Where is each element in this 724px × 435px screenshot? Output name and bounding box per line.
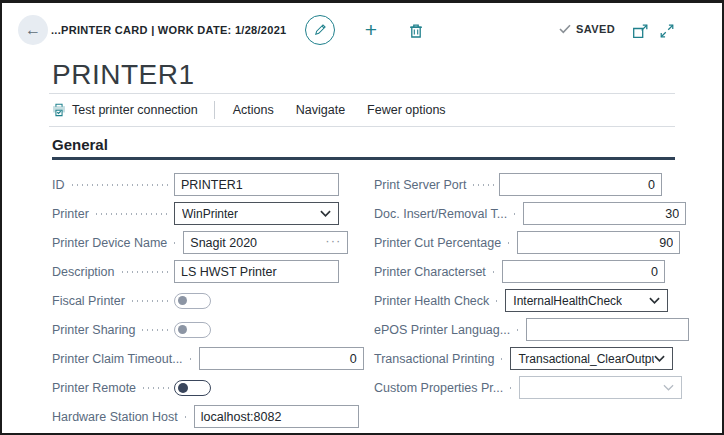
fewer-options-button[interactable]: Fewer options xyxy=(367,103,446,117)
page-title: PRINTER1 xyxy=(52,59,722,93)
expand-arrows-icon xyxy=(660,24,674,38)
expand-button[interactable] xyxy=(658,22,676,40)
field-label: Printer Device Name xyxy=(52,236,167,250)
printer-device-name-input-box: ··· xyxy=(183,231,348,254)
printer-cut-percentage-input[interactable] xyxy=(518,232,679,253)
test-printer-connection-button[interactable]: Test printer connection xyxy=(52,103,198,117)
field-printer-characterset: Printer Characterset xyxy=(374,260,662,283)
edit-button[interactable] xyxy=(305,15,335,45)
general-form: ID Printer WinPrinter xyxy=(52,173,675,434)
custom-properties-select xyxy=(519,376,682,399)
toggle-knob xyxy=(178,296,187,305)
field-label: Printer Health Check xyxy=(374,294,489,308)
field-printer-sharing: Printer Sharing xyxy=(52,318,339,341)
saved-label: SAVED xyxy=(576,23,615,35)
print-server-port-input[interactable] xyxy=(500,174,661,195)
field-label: Printer Cut Percentage xyxy=(374,236,501,250)
fiscal-printer-toggle xyxy=(174,293,211,309)
printer-health-check-value: InternalHealthCheck xyxy=(513,294,622,308)
dotted-leader xyxy=(512,213,518,215)
printer-select[interactable]: WinPrinter xyxy=(174,202,339,225)
printer-characterset-input-box xyxy=(502,260,665,283)
field-printer-health-check: Printer Health Check InternalHealthCheck xyxy=(374,289,662,312)
saved-check-icon xyxy=(559,24,571,34)
dotted-leader xyxy=(515,329,521,331)
field-label: Transactional Printing xyxy=(374,352,494,366)
doc-insert-removal-input-box xyxy=(523,202,686,225)
action-bar-divider xyxy=(214,101,215,119)
printer-claim-timeout-input-box xyxy=(199,347,364,370)
epos-printer-language-input-box xyxy=(526,318,689,341)
printer-claim-timeout-input[interactable] xyxy=(200,348,363,369)
field-custom-properties: Custom Properties Pr... xyxy=(374,376,662,399)
field-label: ePOS Printer Languag... xyxy=(374,323,510,337)
dotted-leader xyxy=(183,416,189,418)
dotted-leader xyxy=(471,184,494,186)
chevron-down-icon xyxy=(663,384,674,391)
epos-printer-language-input[interactable] xyxy=(527,319,688,340)
dotted-leader xyxy=(141,387,169,389)
field-transactional-printing: Transactional Printing Transactional_Cle… xyxy=(374,347,662,370)
dotted-leader xyxy=(506,242,512,244)
action-bar: Test printer connection Actions Navigate… xyxy=(2,94,722,126)
field-printer-device-name: Printer Device Name ··· xyxy=(52,231,339,254)
hardware-station-host-input[interactable] xyxy=(195,406,358,427)
general-section-header[interactable]: General xyxy=(52,136,675,160)
printer-remote-toggle[interactable] xyxy=(174,380,211,396)
open-in-new-window-button[interactable] xyxy=(631,22,649,40)
transactional-printing-value: Transactional_ClearOutput xyxy=(518,352,654,366)
id-input[interactable] xyxy=(175,174,338,195)
field-label: Print Server Port xyxy=(374,178,466,192)
actions-menu[interactable]: Actions xyxy=(233,103,274,117)
field-print-server-port: Print Server Port xyxy=(374,173,662,196)
form-column-left: ID Printer WinPrinter xyxy=(52,173,339,434)
description-input[interactable] xyxy=(175,261,338,282)
field-label: Printer Remote xyxy=(52,381,136,395)
assist-edit-button[interactable]: ··· xyxy=(325,234,347,252)
dotted-leader xyxy=(94,213,169,215)
page-caption: ...PRINTER CARD | WORK DATE: 1/28/2021 xyxy=(51,24,287,36)
dotted-leader xyxy=(494,300,500,302)
id-input-box xyxy=(174,173,339,196)
toggle-knob xyxy=(178,383,188,393)
dotted-leader xyxy=(499,358,505,360)
chevron-down-icon xyxy=(320,210,331,217)
field-printer: Printer WinPrinter xyxy=(52,202,339,225)
open-in-window-icon xyxy=(632,24,648,39)
dotted-leader xyxy=(172,242,178,244)
test-printer-connection-label: Test printer connection xyxy=(72,103,198,117)
doc-insert-removal-input[interactable] xyxy=(524,203,685,224)
field-label: Hardware Station Host xyxy=(52,410,178,424)
back-icon: ← xyxy=(25,22,41,38)
dotted-leader xyxy=(491,271,497,273)
field-label: Printer Characterset xyxy=(374,265,486,279)
field-printer-claim-timeout: Printer Claim Timeout... xyxy=(52,347,339,370)
field-label: Printer xyxy=(52,207,89,221)
back-button[interactable]: ← xyxy=(18,15,48,45)
toggle-knob xyxy=(178,325,187,334)
delete-button[interactable] xyxy=(407,21,425,41)
printer-sharing-toggle xyxy=(174,322,211,338)
printer-card-window: ← ...PRINTER CARD | WORK DATE: 1/28/2021… xyxy=(0,0,724,435)
description-input-box xyxy=(174,260,339,283)
field-fiscal-printer: Fiscal Printer xyxy=(52,289,339,312)
add-new-button[interactable]: + xyxy=(359,17,383,43)
dotted-leader xyxy=(70,184,170,186)
printer-device-name-input[interactable] xyxy=(184,232,325,253)
save-status: SAVED xyxy=(559,23,615,35)
dotted-leader xyxy=(140,329,169,331)
field-label: Description xyxy=(52,265,115,279)
chevron-down-icon xyxy=(649,297,660,304)
printer-characterset-input[interactable] xyxy=(503,261,664,282)
form-column-right: Print Server Port Doc. Insert/Removal T.… xyxy=(374,173,662,434)
top-bar: ← ...PRINTER CARD | WORK DATE: 1/28/2021… xyxy=(2,3,722,59)
navigate-menu[interactable]: Navigate xyxy=(296,103,345,117)
transactional-printing-select[interactable]: Transactional_ClearOutput xyxy=(510,347,673,370)
printer-health-check-select[interactable]: InternalHealthCheck xyxy=(505,289,668,312)
chevron-down-icon xyxy=(654,355,665,362)
plus-icon: + xyxy=(365,18,377,42)
field-label: Printer Claim Timeout... xyxy=(52,352,183,366)
field-doc-insert-removal: Doc. Insert/Removal T... xyxy=(374,202,662,225)
field-epos-printer-language: ePOS Printer Languag... xyxy=(374,318,662,341)
general-section-title: General xyxy=(52,136,108,153)
